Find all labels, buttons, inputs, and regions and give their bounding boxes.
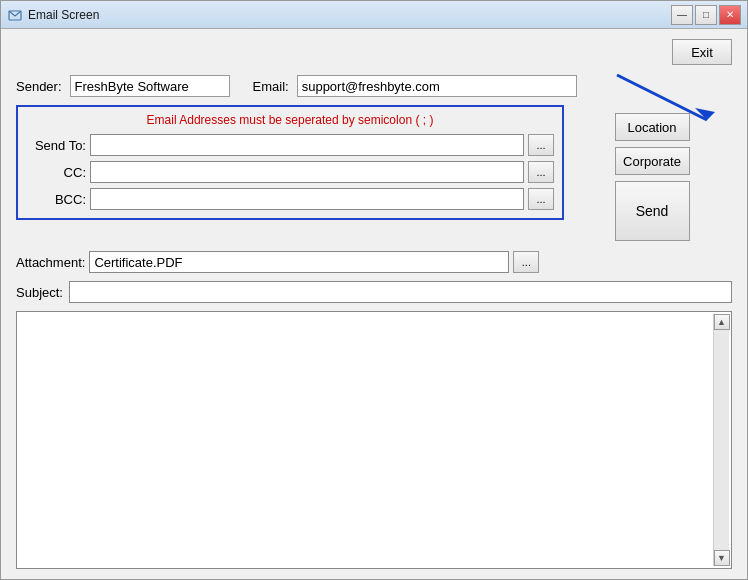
- attachment-input[interactable]: [89, 251, 509, 273]
- email-section: Email Addresses must be seperated by sem…: [16, 105, 564, 220]
- main-right-area: Email Addresses must be seperated by sem…: [16, 105, 732, 241]
- title-bar-left: Email Screen: [7, 7, 99, 23]
- send-to-row: Send To: ...: [26, 134, 554, 156]
- email-input[interactable]: [297, 75, 577, 97]
- subject-area: Subject:: [16, 281, 732, 303]
- bcc-label: BCC:: [26, 192, 86, 207]
- title-bar: Email Screen — □ ✕: [1, 1, 747, 29]
- window-content: Exit Sender: Email: Email Addresses must…: [1, 29, 747, 579]
- right-action-area: Location Corporate Send: [572, 105, 732, 241]
- send-to-label: Send To:: [26, 138, 86, 153]
- sender-label: Sender:: [16, 79, 62, 94]
- app-icon: [7, 7, 23, 23]
- cc-input[interactable]: [90, 161, 524, 183]
- scroll-up-arrow[interactable]: ▲: [714, 314, 730, 330]
- minimize-button[interactable]: —: [671, 5, 693, 25]
- corporate-button[interactable]: Corporate: [615, 147, 690, 175]
- close-button[interactable]: ✕: [719, 5, 741, 25]
- window-title: Email Screen: [28, 8, 99, 22]
- exit-row: Exit: [16, 39, 732, 65]
- body-textarea[interactable]: [19, 314, 713, 566]
- subject-input[interactable]: [69, 281, 732, 303]
- bcc-input[interactable]: [90, 188, 524, 210]
- warning-text: Email Addresses must be seperated by sem…: [26, 113, 554, 127]
- restore-button[interactable]: □: [695, 5, 717, 25]
- scroll-track: [714, 330, 729, 550]
- body-scrollbar[interactable]: ▲ ▼: [713, 314, 729, 566]
- email-screen-window: Email Screen — □ ✕ Exit Sender: Email: E…: [0, 0, 748, 580]
- attachment-label: Attachment:: [16, 255, 85, 270]
- subject-label: Subject:: [16, 285, 63, 300]
- title-bar-buttons: — □ ✕: [671, 5, 741, 25]
- location-button[interactable]: Location: [615, 113, 690, 141]
- cc-browse-button[interactable]: ...: [528, 161, 554, 183]
- cc-label: CC:: [26, 165, 86, 180]
- body-area: ▲ ▼: [16, 311, 732, 569]
- attachment-browse-button[interactable]: ...: [513, 251, 539, 273]
- bcc-row: BCC: ...: [26, 188, 554, 210]
- bcc-browse-button[interactable]: ...: [528, 188, 554, 210]
- send-to-input[interactable]: [90, 134, 524, 156]
- email-section-wrapper: Email Addresses must be seperated by sem…: [16, 105, 564, 241]
- email-label: Email:: [253, 79, 289, 94]
- exit-button[interactable]: Exit: [672, 39, 732, 65]
- attachment-row: Attachment: ...: [16, 251, 732, 273]
- svg-marker-2: [695, 108, 715, 120]
- sender-row: Sender: Email:: [16, 75, 732, 97]
- send-to-browse-button[interactable]: ...: [528, 134, 554, 156]
- sender-input[interactable]: [70, 75, 230, 97]
- send-button[interactable]: Send: [615, 181, 690, 241]
- scroll-down-arrow[interactable]: ▼: [714, 550, 730, 566]
- cc-row: CC: ...: [26, 161, 554, 183]
